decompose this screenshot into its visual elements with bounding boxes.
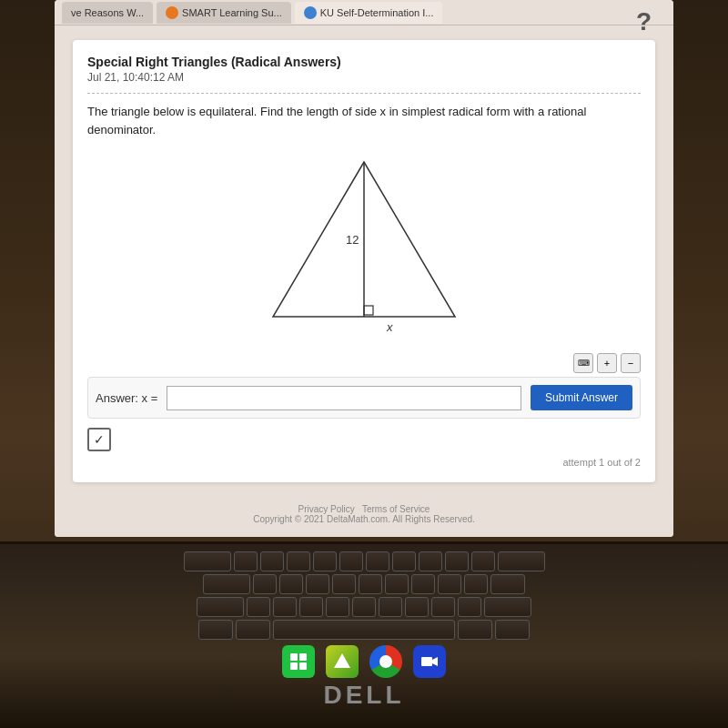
minus-icon[interactable]: − (621, 353, 641, 373)
key-m[interactable] (405, 597, 429, 617)
terms-link[interactable]: Terms of Service (362, 504, 430, 514)
key-enter[interactable] (490, 574, 525, 594)
svg-rect-6 (299, 653, 307, 661)
key-shift-r[interactable] (484, 597, 531, 617)
keyboard-icon[interactable]: ⌨ (573, 353, 593, 373)
key-shift-l[interactable] (197, 597, 244, 617)
key-i[interactable] (419, 551, 442, 571)
page-footer: Privacy Policy Terms of Service Copyrigh… (55, 497, 673, 531)
svg-text:x: x (386, 320, 393, 334)
keyboard-keys (0, 544, 728, 643)
answer-label: Answer: x = (96, 391, 157, 405)
key-row-1 (184, 551, 545, 571)
key-r[interactable] (313, 551, 337, 571)
key-row-2 (203, 574, 525, 594)
check-button[interactable]: ✓ (87, 428, 111, 451)
tab-smart-label: SMART Learning Su... (182, 7, 282, 18)
svg-rect-8 (299, 662, 307, 670)
problem-date: Jul 21, 10:40:12 AM (87, 71, 641, 84)
smart-tab-icon (166, 6, 178, 19)
problem-header: Special Right Triangles (Radical Answers… (87, 55, 641, 84)
dell-logo: DELL (323, 681, 404, 710)
key-k[interactable] (438, 574, 461, 594)
key-row-3 (197, 597, 531, 617)
plus-icon[interactable]: + (597, 353, 617, 373)
tab-ku-label: KU Self-Determination I... (320, 7, 434, 18)
key-ctrl-r[interactable] (495, 620, 530, 640)
problem-description: The triangle below is equilateral. Find … (87, 103, 641, 138)
key-p[interactable] (471, 551, 495, 571)
key-n[interactable] (379, 597, 402, 617)
tab-ku[interactable]: KU Self-Determination I... (295, 2, 443, 24)
key-v[interactable] (326, 597, 349, 617)
answer-input[interactable] (167, 386, 521, 410)
triangle-container: 12 x (87, 153, 641, 335)
taskbar (282, 645, 446, 678)
key-d[interactable] (306, 574, 329, 594)
key-alt[interactable] (236, 620, 270, 640)
key-z[interactable] (247, 597, 270, 617)
screen: ve Reasons W... SMART Learning Su... KU … (55, 0, 673, 537)
tab-smart[interactable]: SMART Learning Su... (157, 2, 291, 24)
taskbar-meet-icon[interactable] (413, 645, 446, 678)
page-content: Special Right Triangles (Radical Answers… (55, 25, 673, 537)
problem-card: Special Right Triangles (Radical Answers… (73, 40, 655, 482)
copyright-text: Copyright © 2021 DeltaMath.com. All Righ… (253, 514, 475, 524)
key-h[interactable] (385, 574, 409, 594)
svg-rect-2 (364, 306, 373, 315)
tab-reasons-label: ve Reasons W... (71, 7, 144, 18)
key-u[interactable] (392, 551, 416, 571)
key-tab[interactable] (184, 551, 231, 571)
key-comma[interactable] (431, 597, 455, 617)
svg-marker-11 (432, 657, 438, 666)
taskbar-apps-icon[interactable] (282, 645, 315, 678)
key-row-4 (198, 620, 530, 640)
key-a[interactable] (253, 574, 277, 594)
privacy-link[interactable]: Privacy Policy (298, 504, 355, 514)
triangle-svg: 12 x (246, 153, 482, 335)
key-f[interactable] (332, 574, 356, 594)
svg-text:12: 12 (346, 233, 359, 247)
question-mark-icon[interactable]: ? (636, 7, 652, 36)
svg-rect-5 (290, 653, 298, 661)
key-b[interactable] (352, 597, 376, 617)
key-ctrl[interactable] (198, 620, 233, 640)
key-period[interactable] (458, 597, 481, 617)
key-s[interactable] (279, 574, 303, 594)
check-row: ✓ (87, 428, 641, 451)
answer-row: Answer: x = Submit Answer (87, 377, 641, 419)
svg-rect-7 (290, 662, 298, 670)
taskbar-chrome-icon[interactable] (369, 645, 402, 678)
tab-reasons[interactable]: ve Reasons W... (62, 2, 153, 24)
key-x[interactable] (273, 597, 297, 617)
taskbar-drive-icon[interactable] (326, 645, 359, 678)
key-j[interactable] (411, 574, 435, 594)
key-o[interactable] (445, 551, 469, 571)
attempt-text: attempt 1 out of 2 (87, 457, 641, 468)
key-w[interactable] (260, 551, 284, 571)
key-g[interactable] (359, 574, 382, 594)
svg-marker-9 (334, 653, 350, 668)
key-t[interactable] (339, 551, 363, 571)
key-l[interactable] (464, 574, 488, 594)
submit-button[interactable]: Submit Answer (531, 385, 632, 410)
svg-rect-10 (421, 657, 432, 666)
key-y[interactable] (366, 551, 389, 571)
key-q[interactable] (234, 551, 258, 571)
problem-divider (87, 93, 641, 94)
key-e[interactable] (287, 551, 310, 571)
problem-title: Special Right Triangles (Radical Answers… (87, 55, 641, 69)
key-c[interactable] (299, 597, 323, 617)
key-backspace[interactable] (498, 551, 545, 571)
ku-tab-icon (304, 6, 317, 19)
key-caps[interactable] (203, 574, 250, 594)
key-alt-r[interactable] (458, 620, 492, 640)
browser-tabs: ve Reasons W... SMART Learning Su... KU … (55, 0, 673, 25)
key-space[interactable] (273, 620, 455, 640)
